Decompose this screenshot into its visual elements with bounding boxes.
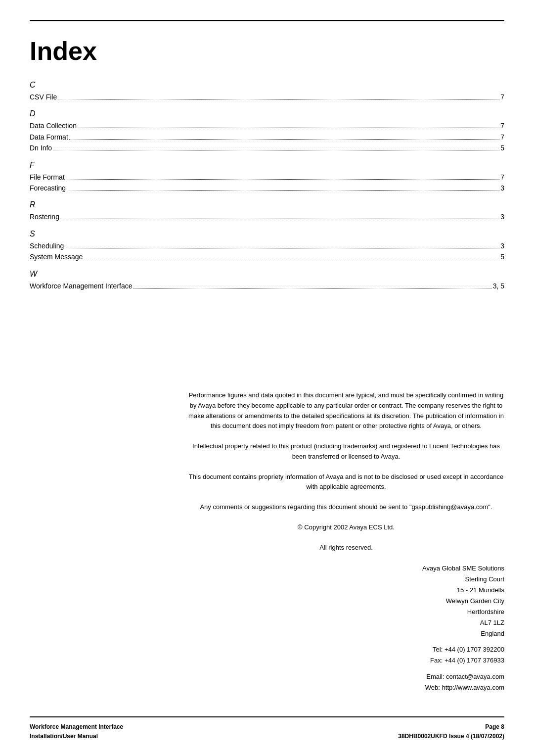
page-title: Index <box>30 36 504 66</box>
county: Hertfordshire <box>188 607 504 617</box>
entry-dots <box>84 259 499 259</box>
entry-dots <box>69 139 499 140</box>
entry-dots <box>65 248 499 248</box>
disclaimer-rights: All rights reserved. <box>188 543 504 553</box>
entry-page: 5 <box>500 251 504 262</box>
email-web-block: Email: contact@avaya.com Web: http://www… <box>188 671 504 693</box>
entry-label: Data Format <box>30 132 68 142</box>
disclaimer-para1: Performance figures and data quoted in t… <box>188 390 504 431</box>
entry-page: 3 <box>500 211 504 222</box>
entry-page: 5 <box>500 142 504 153</box>
entry-page: 7 <box>500 92 504 102</box>
entry-page: 7 <box>500 120 504 131</box>
index-entry: Data Format7 <box>30 132 504 142</box>
footer-page: Page 8 <box>398 722 504 732</box>
disclaimer-para3: This document contains propriety informa… <box>188 472 504 493</box>
tel: Tel: +44 (0) 1707 392200 <box>188 644 504 655</box>
country: England <box>188 628 504 639</box>
disclaimer-para2: Intellectual property related to this pr… <box>188 441 504 462</box>
index-section-c: CCSV File7 <box>30 81 504 102</box>
index-section-w: WWorkforce Management Interface3, 5 <box>30 270 504 291</box>
index-entry: Data Collection7 <box>30 120 504 131</box>
address-block: Avaya Global SME Solutions Sterling Cour… <box>188 563 504 640</box>
fax: Fax: +44 (0) 1707 376933 <box>188 655 504 666</box>
footer-title: Workforce Management Interface <box>30 722 123 732</box>
index-section-s: SScheduling3System Message5 <box>30 230 504 263</box>
company-name: Avaya Global SME Solutions <box>188 563 504 574</box>
entry-label: Data Collection <box>30 120 77 131</box>
index-entry: CSV File7 <box>30 92 504 102</box>
street2: 15 - 21 Mundells <box>188 585 504 596</box>
entry-page: 7 <box>500 172 504 183</box>
section-letter: C <box>30 81 504 90</box>
entry-dots <box>78 128 499 128</box>
postcode: AL7 1LZ <box>188 617 504 628</box>
entry-dots <box>53 150 499 150</box>
disclaimer-para4: Any comments or suggestions regarding th… <box>188 502 504 513</box>
entry-label: File Format <box>30 172 65 183</box>
entry-label: CSV File <box>30 92 57 102</box>
footer-doc-ref: 38DHB0002UKFD Issue 4 (18/07/2002) <box>398 732 504 741</box>
entry-label: Dn Info <box>30 142 52 153</box>
section-letter: W <box>30 270 504 279</box>
top-border <box>30 20 504 21</box>
entry-dots <box>134 288 492 288</box>
entry-page: 3, 5 <box>493 281 504 291</box>
entry-page: 3 <box>500 183 504 193</box>
disclaimer-copyright: © Copyright 2002 Avaya ECS Ltd. <box>188 522 504 533</box>
web: Web: http://www.avaya.com <box>188 682 504 693</box>
disclaimer-section: Performance figures and data quoted in t… <box>188 390 504 693</box>
entry-page: 3 <box>500 240 504 251</box>
email: Email: contact@avaya.com <box>188 671 504 682</box>
section-letter: R <box>30 200 504 209</box>
entry-dots <box>58 99 499 99</box>
index-entry: Scheduling3 <box>30 240 504 251</box>
entry-label: System Message <box>30 251 83 262</box>
entry-dots <box>67 190 499 190</box>
entry-label: Scheduling <box>30 240 64 251</box>
section-letter: D <box>30 109 504 118</box>
section-letter: S <box>30 230 504 238</box>
entry-label: Workforce Management Interface <box>30 281 133 291</box>
index-section-r: RRostering3 <box>30 200 504 222</box>
entry-label: Rostering <box>30 211 59 222</box>
contact-block: Tel: +44 (0) 1707 392200 Fax: +44 (0) 17… <box>188 644 504 666</box>
index-entry: Workforce Management Interface3, 5 <box>30 281 504 291</box>
footer-left: Workforce Management Interface Installat… <box>30 722 123 741</box>
index-entry: System Message5 <box>30 251 504 262</box>
index-entry: Rostering3 <box>30 211 504 222</box>
entry-label: Forecasting <box>30 183 66 193</box>
entry-dots <box>66 179 499 180</box>
index-entry: File Format7 <box>30 172 504 183</box>
footer: Workforce Management Interface Installat… <box>0 716 534 756</box>
index-entry: Forecasting3 <box>30 183 504 193</box>
index-entry: Dn Info5 <box>30 142 504 153</box>
section-letter: F <box>30 161 504 170</box>
street1: Sterling Court <box>188 574 504 585</box>
page: Index CCSV File7DData Collection7Data Fo… <box>0 0 534 756</box>
footer-subtitle: Installation/User Manual <box>30 732 123 741</box>
index-section-f: FFile Format7Forecasting3 <box>30 161 504 194</box>
footer-inner: Workforce Management Interface Installat… <box>30 722 504 741</box>
index-section-d: DData Collection7Data Format7Dn Info5 <box>30 109 504 153</box>
index-content: CCSV File7DData Collection7Data Format7D… <box>30 81 504 291</box>
footer-right: Page 8 38DHB0002UKFD Issue 4 (18/07/2002… <box>398 722 504 741</box>
footer-border <box>30 716 504 717</box>
city: Welwyn Garden City <box>188 596 504 607</box>
entry-dots <box>60 219 499 219</box>
entry-page: 7 <box>500 132 504 142</box>
